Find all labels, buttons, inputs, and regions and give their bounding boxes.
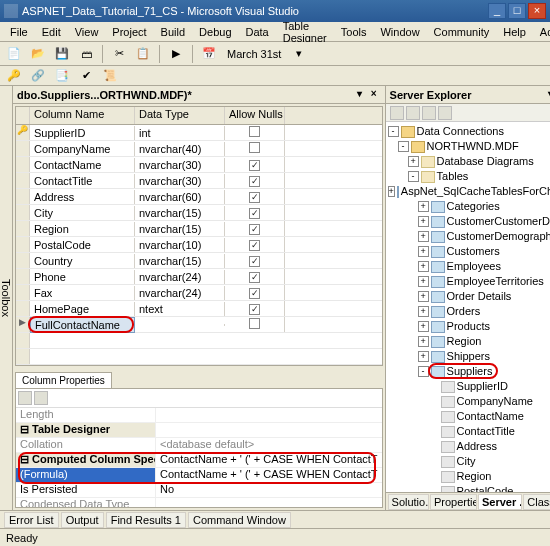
tree-expander-icon[interactable] <box>428 486 439 492</box>
row-handle[interactable] <box>16 205 30 220</box>
tree-table-region[interactable]: +Region <box>388 334 550 349</box>
column-properties-tab[interactable]: Column Properties <box>15 372 112 388</box>
tree-expander-icon[interactable]: + <box>418 291 429 302</box>
menu-file[interactable]: File <box>4 24 34 40</box>
table-column-row[interactable]: Addressnvarchar(60) <box>16 189 382 205</box>
row-handle[interactable] <box>16 237 30 252</box>
menu-addins[interactable]: Addins <box>534 24 550 40</box>
column-name-cell[interactable]: Phone <box>30 270 135 284</box>
column-type-cell[interactable]: nvarchar(40) <box>135 142 225 156</box>
table-column-row[interactable]: HomePagentext <box>16 301 382 317</box>
property-row[interactable]: Collation<database default> <box>16 438 382 453</box>
disconnect-icon[interactable] <box>438 106 452 120</box>
row-handle[interactable] <box>16 301 30 316</box>
property-row[interactable]: ⊟ Computed Column SpecificationContactNa… <box>16 453 382 468</box>
tree-column-city[interactable]: City <box>388 454 550 469</box>
column-type-cell[interactable]: nvarchar(24) <box>135 286 225 300</box>
toolbox-tab[interactable]: Toolbox <box>0 86 13 510</box>
property-value[interactable] <box>156 498 382 508</box>
tree-expander-icon[interactable] <box>428 381 439 392</box>
table-column-row[interactable]: ContactTitlenvarchar(30) <box>16 173 382 189</box>
row-handle[interactable] <box>16 141 30 156</box>
table-column-row-empty[interactable] <box>16 333 382 349</box>
tree-table-customerdemographics[interactable]: +CustomerDemographics <box>388 229 550 244</box>
column-type-cell[interactable]: ntext <box>135 302 225 316</box>
allow-nulls-checkbox[interactable] <box>249 160 260 171</box>
menu-view[interactable]: View <box>69 24 105 40</box>
tree-column-contacttitle[interactable]: ContactTitle <box>388 424 550 439</box>
column-type-cell[interactable]: nvarchar(15) <box>135 254 225 268</box>
column-name-cell[interactable]: City <box>30 206 135 220</box>
row-handle[interactable]: ▶ <box>16 317 30 332</box>
right-tab-2[interactable]: Server ... <box>478 494 522 510</box>
tree-table-shippers[interactable]: +Shippers <box>388 349 550 364</box>
table-column-row[interactable]: 🔑SupplierIDint <box>16 125 382 141</box>
allow-nulls-cell[interactable] <box>225 317 285 332</box>
tree-column-supplierid[interactable]: SupplierID <box>388 379 550 394</box>
check-icon[interactable]: ✔ <box>76 66 96 86</box>
allow-nulls-cell[interactable] <box>225 237 285 252</box>
row-handle[interactable] <box>16 285 30 300</box>
server-explorer-tree[interactable]: -Data Connections-NORTHWND.MDF+Database … <box>386 122 550 492</box>
allow-nulls-cell[interactable] <box>225 141 285 156</box>
table-column-row[interactable]: ContactNamenvarchar(30) <box>16 157 382 173</box>
menu-build[interactable]: Build <box>155 24 191 40</box>
menu-tools[interactable]: Tools <box>335 24 373 40</box>
allow-nulls-checkbox[interactable] <box>249 224 260 235</box>
tree-column-companyname[interactable]: CompanyName <box>388 394 550 409</box>
row-handle[interactable] <box>16 189 30 204</box>
stop-icon[interactable] <box>406 106 420 120</box>
menu-debug[interactable]: Debug <box>193 24 237 40</box>
tree-expander-icon[interactable]: + <box>418 261 429 272</box>
column-name-cell[interactable]: Country <box>30 254 135 268</box>
allow-nulls-checkbox[interactable] <box>249 176 260 187</box>
table-column-row[interactable]: CompanyNamenvarchar(40) <box>16 141 382 157</box>
allow-nulls-checkbox[interactable] <box>249 126 260 137</box>
column-type-cell[interactable]: nvarchar(15) <box>135 206 225 220</box>
col-header-type[interactable]: Data Type <box>135 107 225 124</box>
column-name-cell[interactable]: Address <box>30 190 135 204</box>
tree-column-postalcode[interactable]: PostalCode <box>388 484 550 492</box>
menu-project[interactable]: Project <box>106 24 152 40</box>
designer-tab-title[interactable]: dbo.Suppliers...ORTHWND.MDF)* <box>17 89 192 101</box>
property-value[interactable]: <database default> <box>156 438 382 452</box>
allow-nulls-checkbox[interactable] <box>249 256 260 267</box>
menu-community[interactable]: Community <box>428 24 496 40</box>
tree-table-suppliers[interactable]: -Suppliers <box>388 364 550 379</box>
tree-table-categories[interactable]: +Categories <box>388 199 550 214</box>
bottom-tab-find-results-1[interactable]: Find Results 1 <box>106 512 186 528</box>
property-row[interactable]: Condensed Data Type <box>16 498 382 508</box>
col-header-name[interactable]: Column Name <box>30 107 135 124</box>
script-icon[interactable]: 📜 <box>100 66 120 86</box>
run-button[interactable]: ▶ <box>166 44 186 64</box>
allow-nulls-cell[interactable] <box>225 157 285 172</box>
tree-table-products[interactable]: +Products <box>388 319 550 334</box>
column-name-cell[interactable]: PostalCode <box>30 238 135 252</box>
right-tab-1[interactable]: Properties <box>430 494 477 510</box>
refresh-icon[interactable] <box>390 106 404 120</box>
tree-folder-database-diagrams[interactable]: +Database Diagrams <box>388 154 550 169</box>
tree-expander-icon[interactable] <box>428 411 439 422</box>
menu-window[interactable]: Window <box>374 24 425 40</box>
table-column-row[interactable]: ▶FullContactName <box>16 317 382 333</box>
tree-expander-icon[interactable]: + <box>418 276 429 287</box>
copy-button[interactable]: 📋 <box>133 44 153 64</box>
table-column-row[interactable]: Phonenvarchar(24) <box>16 269 382 285</box>
property-value[interactable]: ContactName + ' (' + CASE WHEN ContactT <box>156 453 382 467</box>
property-value[interactable] <box>156 408 382 422</box>
index-icon[interactable]: 📑 <box>52 66 72 86</box>
table-column-row[interactable]: Countrynvarchar(15) <box>16 253 382 269</box>
tree-table-employeeterritories[interactable]: +EmployeeTerritories <box>388 274 550 289</box>
tree-column-address[interactable]: Address <box>388 439 550 454</box>
pin-icon[interactable]: ▾ <box>544 88 550 102</box>
maximize-button[interactable]: □ <box>508 3 526 19</box>
column-type-cell[interactable] <box>135 324 225 326</box>
save-button[interactable]: 💾 <box>52 44 72 64</box>
tree-table-customers[interactable]: +Customers <box>388 244 550 259</box>
property-value[interactable] <box>156 423 382 437</box>
allow-nulls-cell[interactable] <box>225 205 285 220</box>
allow-nulls-cell[interactable] <box>225 301 285 316</box>
calendar-icon[interactable]: 📅 <box>199 44 219 64</box>
tree-db-northwnd[interactable]: -NORTHWND.MDF <box>388 139 550 154</box>
table-column-row[interactable]: Faxnvarchar(24) <box>16 285 382 301</box>
